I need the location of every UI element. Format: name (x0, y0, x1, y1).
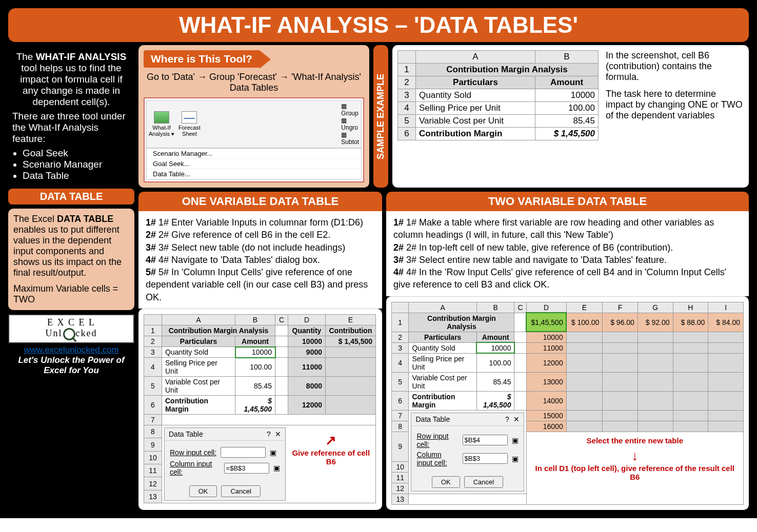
ok-button[interactable]: OK (432, 476, 460, 488)
one-var-head: ONE VARIABLE DATA TABLE (138, 192, 382, 211)
col-input-2[interactable] (463, 453, 508, 464)
intro-li-scenario: Scenario Manager (23, 159, 130, 170)
where-tag: Where is This Tool? (144, 50, 260, 68)
cancel-button[interactable]: Cancel (464, 476, 503, 488)
close-icon[interactable]: ✕ (275, 430, 281, 438)
logo-block: E X C E L Unlcked www.excelunlocked.com … (8, 314, 134, 376)
intro-li-goalseek: Goal Seek (23, 148, 130, 159)
forecast-button[interactable]: ForecastSheet (178, 111, 201, 137)
where-box: Where is This Tool? Go to 'Data' → Group… (138, 45, 369, 188)
website-link[interactable]: www.excelunlocked.com (8, 345, 134, 355)
row-input[interactable] (221, 447, 266, 458)
one-var-steps: 1# 1# Enter Variable Inputs in columnar … (138, 211, 382, 309)
two-var-table: ABCDEFGHI 1Contribution Margin Analysis$… (391, 302, 744, 505)
menu-goalseek[interactable]: Goal Seek... (147, 159, 361, 169)
menu-datatable[interactable]: Data Table... (147, 169, 361, 179)
data-table-dialog: Data Table? ✕ Row input cell:▣ Column in… (164, 427, 286, 501)
whatif-button[interactable]: What-IfAnalysis ▾ (149, 111, 174, 137)
arrow-down-icon: ↓ (530, 448, 740, 464)
sample-table: AB 1Contribution Margin Analysis 2Partic… (397, 50, 599, 140)
data-table-desc: The Excel DATA TABLE enables us to put d… (8, 209, 134, 310)
intro-box: The WHAT-IF ANALYSIS tool helps us to fi… (8, 45, 134, 185)
two-var-head: TWO VARIABLE DATA TABLE (386, 192, 749, 211)
ok-button[interactable]: OK (189, 485, 217, 497)
intro-li-datatable: Data Table (23, 170, 130, 181)
col-input[interactable] (224, 463, 269, 474)
close-icon[interactable]: ✕ (513, 415, 520, 423)
sample-tab: SAMPLE EXAMPLE (373, 45, 388, 188)
cancel-button[interactable]: Cancel (221, 485, 260, 497)
row-input-2[interactable] (463, 435, 508, 445)
data-table-heading: DATA TABLE (8, 189, 134, 204)
data-table-dialog-2: Data Table? ✕ Row input cell:▣ Column in… (411, 413, 524, 492)
one-var-table: ABCDE 1Contribution Margin AnalysisQuant… (144, 314, 376, 503)
page-title: WHAT-IF ANALYSIS – 'DATA TABLES' (8, 8, 749, 42)
lock-icon (63, 328, 75, 340)
two-var-steps: 1# 1# Make a table where first variable … (386, 211, 749, 296)
menu-scenario[interactable]: Scenario Manager... (147, 149, 361, 159)
